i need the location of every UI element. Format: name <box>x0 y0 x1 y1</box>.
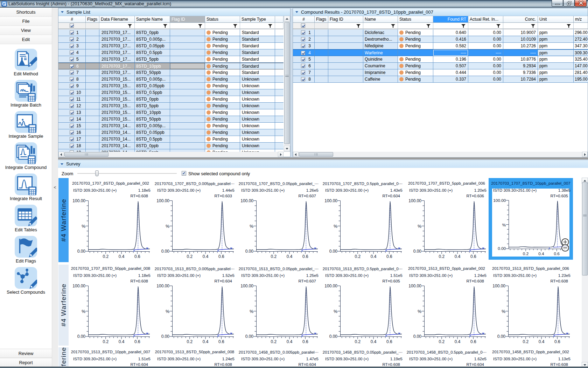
svg-text:0.00: 0.00 <box>245 334 254 339</box>
svg-text:0.4: 0.4 <box>371 339 377 344</box>
svg-text:0.4: 0.4 <box>203 254 209 259</box>
svg-text:0.2: 0.2 <box>271 339 277 344</box>
svg-text:100.00: 100.00 <box>492 284 505 288</box>
svg-text:0.00: 0.00 <box>161 249 170 254</box>
svg-text:0.00: 0.00 <box>413 249 422 254</box>
svg-text:100.00: 100.00 <box>408 198 421 203</box>
svg-text:0.4: 0.4 <box>119 254 125 259</box>
svg-text:0.2: 0.2 <box>439 254 445 259</box>
svg-text:%: % <box>418 224 421 229</box>
svg-text:0.00: 0.00 <box>329 249 338 254</box>
svg-text:%: % <box>334 224 337 229</box>
svg-text:0.2: 0.2 <box>355 254 361 259</box>
svg-text:0.4: 0.4 <box>287 254 293 259</box>
svg-text:0.00: 0.00 <box>413 334 422 339</box>
svg-text:100.00: 100.00 <box>493 198 506 203</box>
svg-text:0.4: 0.4 <box>119 339 125 344</box>
svg-text:0.6: 0.6 <box>386 339 392 344</box>
svg-text:0.00: 0.00 <box>498 246 506 251</box>
svg-text:0.2: 0.2 <box>355 339 361 344</box>
svg-text:100.00: 100.00 <box>240 198 253 203</box>
svg-text:0.2: 0.2 <box>103 254 109 259</box>
svg-text:100.00: 100.00 <box>72 284 85 288</box>
svg-text:%: % <box>250 224 253 229</box>
svg-text:%: % <box>82 224 85 229</box>
svg-text:0.00: 0.00 <box>77 249 86 254</box>
svg-text:100.00: 100.00 <box>408 284 421 288</box>
svg-text:0.00: 0.00 <box>161 334 170 339</box>
svg-text:0.4: 0.4 <box>455 254 461 259</box>
svg-text:%: % <box>418 309 421 314</box>
svg-text:100.00: 100.00 <box>72 198 85 203</box>
svg-text:%: % <box>502 223 506 227</box>
svg-text:0.4: 0.4 <box>538 251 544 256</box>
svg-text:0.00: 0.00 <box>497 334 506 339</box>
svg-text:0.6: 0.6 <box>470 339 476 344</box>
svg-text:0.00: 0.00 <box>245 249 254 254</box>
svg-text:0.2: 0.2 <box>523 251 528 256</box>
svg-text:100.00: 100.00 <box>156 284 169 288</box>
svg-text:100.00: 100.00 <box>240 284 253 288</box>
svg-text:0.2: 0.2 <box>103 339 109 344</box>
svg-text:0.00: 0.00 <box>77 334 86 339</box>
svg-text:0.2: 0.2 <box>271 254 277 259</box>
svg-text:0.00: 0.00 <box>329 334 338 339</box>
svg-text:0.6: 0.6 <box>554 339 560 344</box>
svg-text:0.2: 0.2 <box>187 339 193 344</box>
svg-text:0.4: 0.4 <box>203 339 209 344</box>
svg-text:0.6: 0.6 <box>554 251 559 256</box>
svg-text:0.6: 0.6 <box>386 254 392 259</box>
svg-text:%: % <box>250 309 253 314</box>
svg-text:%: % <box>82 309 85 314</box>
svg-text:0.4: 0.4 <box>455 339 461 344</box>
svg-text:%: % <box>166 309 169 314</box>
svg-text:0.2: 0.2 <box>523 339 529 344</box>
svg-text:0.6: 0.6 <box>134 254 140 259</box>
svg-text:0.6: 0.6 <box>218 339 224 344</box>
svg-text:0.6: 0.6 <box>302 254 308 259</box>
svg-text:%: % <box>166 224 169 229</box>
svg-text:100.00: 100.00 <box>156 198 169 203</box>
svg-text:0.6: 0.6 <box>218 254 224 259</box>
svg-text:0.4: 0.4 <box>287 339 293 344</box>
svg-text:0.6: 0.6 <box>134 339 140 344</box>
svg-text:0.6: 0.6 <box>470 254 476 259</box>
svg-text:100.00: 100.00 <box>324 198 337 203</box>
svg-text:0.4: 0.4 <box>371 254 377 259</box>
svg-text:0.2: 0.2 <box>187 254 193 259</box>
svg-text:0.2: 0.2 <box>439 339 445 344</box>
svg-text:0.4: 0.4 <box>539 339 545 344</box>
svg-text:%: % <box>502 309 505 314</box>
svg-text:0.6: 0.6 <box>302 339 308 344</box>
svg-text:%: % <box>334 309 337 314</box>
svg-text:100.00: 100.00 <box>324 284 337 288</box>
